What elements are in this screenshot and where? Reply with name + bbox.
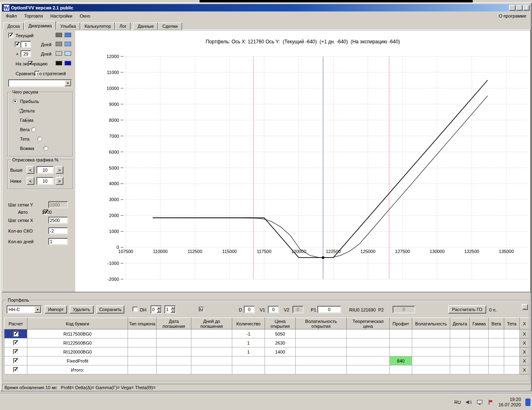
- quantity-cell[interactable]: 1: [232, 347, 265, 356]
- show-desktop-icon[interactable]: [525, 399, 530, 406]
- series-plus29-days-input[interactable]: [20, 50, 31, 57]
- taskbar[interactable]: RU 19:20 16.07.2020: [0, 394, 532, 410]
- maximize-button[interactable]: □: [516, 5, 523, 11]
- radio-vega[interactable]: [31, 127, 36, 132]
- spinner-down-icon[interactable]: ▼: [157, 309, 161, 313]
- calc-cell[interactable]: [4, 356, 27, 365]
- strategy-combobox[interactable]: ▼: [8, 79, 72, 87]
- tab-diagram[interactable]: Диаграмма: [24, 21, 56, 30]
- save-button[interactable]: Сохранить: [97, 305, 124, 314]
- calc-checkbox[interactable]: [13, 331, 18, 336]
- p1-input[interactable]: [317, 306, 341, 313]
- range-above-dec-button[interactable]: <: [27, 166, 34, 174]
- series-plus1-color-2[interactable]: [65, 42, 71, 46]
- d-input[interactable]: [244, 306, 255, 313]
- delete-row-button[interactable]: X: [520, 338, 530, 347]
- calc-checkbox[interactable]: [13, 340, 18, 345]
- series-expiration-color-2[interactable]: [65, 61, 71, 65]
- open-price-cell: [265, 365, 296, 374]
- tray-monitor-icon[interactable]: [476, 399, 483, 406]
- series-current-color-1[interactable]: [56, 33, 62, 37]
- tab-data[interactable]: Данные: [133, 22, 158, 30]
- tab-board[interactable]: Доска: [3, 22, 24, 30]
- tab-smile[interactable]: Улыбка: [56, 22, 80, 30]
- p1-label: P1: [311, 307, 316, 312]
- range-below-input[interactable]: [36, 177, 54, 185]
- volume-icon[interactable]: [465, 399, 472, 406]
- open-price-cell[interactable]: 5050: [265, 329, 296, 338]
- chevron-down-icon[interactable]: ▼: [34, 306, 41, 313]
- tab-calculator[interactable]: Калькулятор: [81, 22, 115, 30]
- collapse-panel-button[interactable]: _: [522, 304, 528, 310]
- v1-input[interactable]: [268, 306, 279, 313]
- dh-spinner-2[interactable]: ▲▼: [164, 305, 176, 314]
- series-expiration-color-1[interactable]: [56, 61, 62, 65]
- quantity-cell[interactable]: [232, 356, 265, 365]
- table-cell: [296, 329, 347, 338]
- table-row: RI120000BG0 1 1400 X: [4, 347, 530, 356]
- quantity-cell[interactable]: -1: [232, 329, 265, 338]
- title-bar[interactable]: OptionFVV версия 2.1 public _ □ X: [2, 4, 530, 11]
- close-button[interactable]: X: [523, 5, 530, 11]
- series-plus29-color-2[interactable]: [65, 51, 71, 56]
- minimize-button[interactable]: _: [509, 5, 516, 11]
- menu-settings[interactable]: Настройки: [47, 12, 76, 20]
- portfolio-combobox[interactable]: НН-С ▼: [7, 305, 42, 314]
- radio-vomma[interactable]: [43, 146, 48, 151]
- grid-step-x-input[interactable]: [48, 217, 68, 224]
- range-above-input[interactable]: [36, 166, 54, 174]
- calc-checkbox[interactable]: [13, 367, 18, 372]
- tab-trades[interactable]: Сделки: [158, 22, 182, 30]
- table-cell: [191, 356, 232, 365]
- dh-checkbox[interactable]: [132, 307, 138, 312]
- menu-window[interactable]: Окно: [76, 12, 94, 20]
- spinner-up-icon[interactable]: ▲: [157, 306, 161, 309]
- chevron-down-icon[interactable]: ▼: [65, 80, 71, 86]
- open-price-cell[interactable]: 2630: [265, 338, 296, 347]
- table-cell: [128, 329, 157, 338]
- language-indicator[interactable]: RU: [454, 400, 461, 405]
- range-above-inc-button[interactable]: >: [56, 166, 63, 174]
- delete-row-button[interactable]: X: [520, 356, 530, 365]
- series-current-checkbox[interactable]: [8, 33, 13, 38]
- open-price-cell[interactable]: [265, 356, 296, 365]
- import-button[interactable]: Импорт: [45, 305, 67, 314]
- calc-checkbox[interactable]: [13, 349, 18, 354]
- range-below-dec-button[interactable]: <: [27, 177, 34, 185]
- series-current-color-2[interactable]: [65, 33, 71, 37]
- menu-trading[interactable]: Торговля: [20, 12, 47, 20]
- tab-log[interactable]: Лог: [115, 22, 130, 30]
- menu-file[interactable]: Файл: [2, 12, 20, 20]
- profit-chart[interactable]: -2000-1000010002000300040005000600070008…: [99, 54, 530, 289]
- col-header: Дата погашения: [157, 318, 191, 329]
- spinner-down-icon[interactable]: ▼: [171, 309, 175, 313]
- svg-text:112500: 112500: [188, 249, 202, 254]
- dh-spinner-1[interactable]: ▲▼: [150, 305, 162, 314]
- tray-flag-icon[interactable]: [487, 399, 494, 406]
- radio-profit[interactable]: [13, 99, 18, 104]
- series-plus1-color-1[interactable]: [56, 42, 62, 46]
- clock[interactable]: 19:20 16.07.2020: [498, 397, 521, 408]
- series-plus1-days-input[interactable]: [20, 41, 31, 48]
- open-price-cell[interactable]: 1400: [265, 347, 296, 356]
- menu-about[interactable]: О программе: [495, 12, 530, 20]
- series-plus29-color-1[interactable]: [56, 51, 62, 56]
- quantity-cell[interactable]: 1: [232, 338, 265, 347]
- calc-cell[interactable]: [4, 329, 27, 338]
- days-count-input[interactable]: [48, 238, 68, 245]
- calc-checkbox[interactable]: [13, 358, 18, 363]
- calc-go-button[interactable]: Рассчитать ГО: [448, 305, 486, 314]
- table-cell: [347, 329, 390, 338]
- delete-row-button[interactable]: X: [520, 365, 530, 374]
- delete-row-button[interactable]: X: [520, 329, 530, 338]
- calc-cell[interactable]: [4, 338, 27, 347]
- delete-row-button[interactable]: X: [520, 347, 530, 356]
- calc-cell[interactable]: [4, 347, 27, 356]
- svg-text:9000: 9000: [109, 102, 119, 107]
- range-below-inc-button[interactable]: >: [56, 177, 63, 185]
- spinner-up-icon[interactable]: ▲: [171, 306, 175, 309]
- calc-cell[interactable]: [4, 365, 27, 374]
- radio-theta[interactable]: [37, 137, 42, 141]
- delete-button[interactable]: Удалить: [70, 305, 94, 314]
- sko-count-input[interactable]: [48, 227, 68, 234]
